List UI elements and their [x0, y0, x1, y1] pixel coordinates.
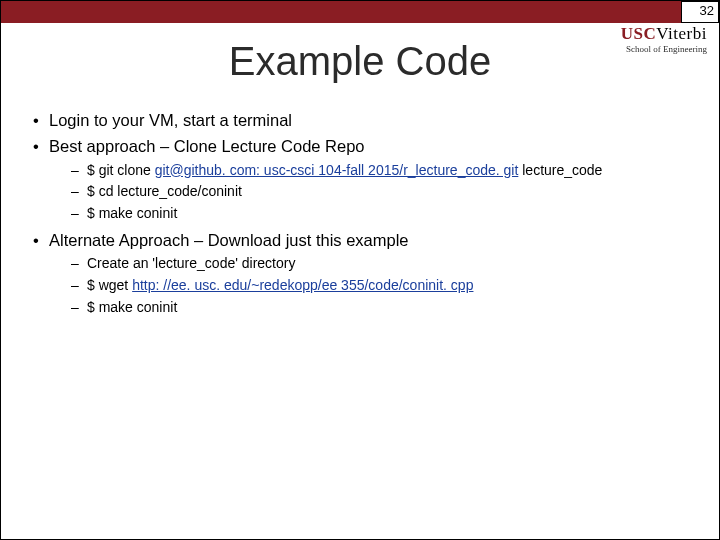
- git-url-link[interactable]: git@github. com: usc-csci 104-fall 2015/…: [155, 162, 519, 178]
- cmd-suffix: lecture_code: [518, 162, 602, 178]
- sub-bullet-create-dir: Create an 'lecture_code' directory: [71, 254, 699, 273]
- header-bar: [1, 1, 719, 23]
- slide: 32 USCViterbi School of Engineering Exam…: [0, 0, 720, 540]
- cmd-text: $ make coninit: [87, 299, 177, 315]
- sub-bullet-make-2: $ make coninit: [71, 298, 699, 317]
- bullet-text: Best approach – Clone Lecture Code Repo: [49, 137, 365, 155]
- wget-url-link[interactable]: http: //ee. usc. edu/~redekopp/ee 355/co…: [132, 277, 473, 293]
- cmd-text: $ make coninit: [87, 205, 177, 221]
- slide-body: Login to your VM, start a terminal Best …: [21, 109, 699, 323]
- bullet-alternate-approach: Alternate Approach – Download just this …: [33, 229, 699, 317]
- sub-bullet-cd: $ cd lecture_code/coninit: [71, 182, 699, 201]
- cmd-prefix: $ git clone: [87, 162, 155, 178]
- cmd-prefix: $ wget: [87, 277, 132, 293]
- slide-title: Example Code: [1, 39, 719, 84]
- bullet-text: Alternate Approach – Download just this …: [49, 231, 409, 249]
- sub-bullet-git-clone: $ git clone git@github. com: usc-csci 10…: [71, 161, 699, 180]
- page-number-box: 32: [681, 1, 719, 23]
- sub-bullet-make-1: $ make coninit: [71, 204, 699, 223]
- cmd-text: Create an 'lecture_code' directory: [87, 255, 295, 271]
- bullet-login: Login to your VM, start a terminal: [33, 109, 699, 131]
- bullet-text: Login to your VM, start a terminal: [49, 111, 292, 129]
- cmd-text: $ cd lecture_code/coninit: [87, 183, 242, 199]
- sub-bullet-wget: $ wget http: //ee. usc. edu/~redekopp/ee…: [71, 276, 699, 295]
- page-number: 32: [700, 3, 714, 18]
- bullet-best-approach: Best approach – Clone Lecture Code Repo …: [33, 135, 699, 223]
